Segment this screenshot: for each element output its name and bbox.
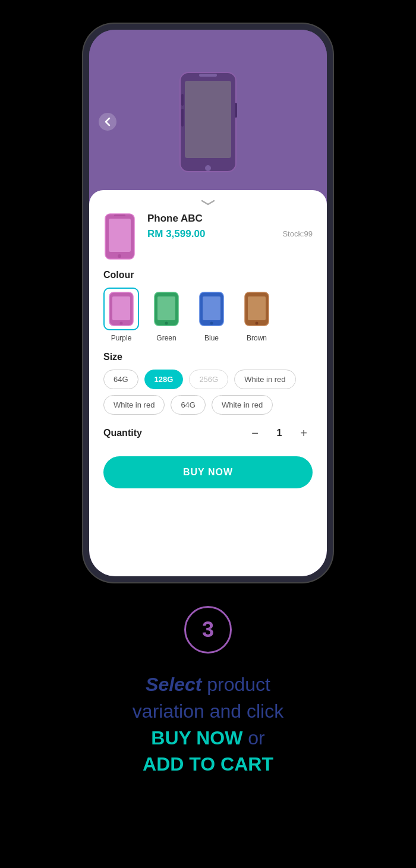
product-name: Phone ABC [147, 213, 313, 225]
svg-rect-15 [157, 296, 175, 320]
screen-top [89, 30, 327, 214]
product-row: Phone ABC RM 3,599.00 Stock:99 [103, 213, 313, 260]
svg-rect-21 [248, 296, 266, 320]
step-or-text: or [248, 727, 264, 749]
color-swatch-purple[interactable] [103, 288, 139, 330]
size-btn-64g-1[interactable]: 64G [103, 370, 138, 389]
step-add-to-cart-text: ADD TO CART [143, 753, 273, 775]
quantity-value: 1 [273, 428, 285, 438]
sheet-handle[interactable] [103, 190, 313, 213]
back-button[interactable] [99, 113, 116, 131]
color-label-purple: Purple [111, 334, 132, 342]
svg-rect-4 [181, 94, 184, 106]
color-label-blue: Blue [204, 334, 219, 342]
svg-rect-2 [199, 74, 217, 77]
size-btn-white-in-red-3[interactable]: White in red [212, 395, 273, 415]
color-swatch-blue[interactable] [194, 288, 229, 330]
product-price: RM 3,599.00 [147, 228, 205, 239]
phone-screen: Phone ABC RM 3,599.00 Stock:99 Colour [89, 30, 327, 576]
buy-now-button[interactable]: BUY NOW [103, 456, 313, 488]
svg-rect-12 [112, 296, 130, 320]
color-option-brown[interactable]: Brown [239, 288, 275, 342]
color-swatch-brown[interactable] [239, 288, 275, 330]
size-btn-white-in-red-1[interactable]: White in red [234, 370, 295, 389]
color-option-blue[interactable]: Blue [194, 288, 229, 342]
quantity-label: Quantity [103, 428, 142, 438]
color-label-green: Green [156, 334, 176, 342]
product-hero-image [166, 62, 250, 181]
color-swatch-green[interactable] [149, 288, 184, 330]
step-number: 3 [202, 617, 214, 642]
step-circle: 3 [184, 606, 232, 654]
product-stock: Stock:99 [282, 229, 313, 238]
svg-rect-18 [203, 296, 220, 320]
product-thumbnail [103, 213, 139, 260]
svg-rect-1 [185, 81, 231, 158]
product-info: Phone ABC RM 3,599.00 Stock:99 [147, 213, 313, 240]
step-description: Select product variation and click BUY N… [133, 671, 283, 778]
bottom-sheet: Phone ABC RM 3,599.00 Stock:99 Colour [89, 190, 327, 576]
svg-rect-5 [181, 109, 184, 127]
color-label-brown: Brown [247, 334, 267, 342]
quantity-plus-button[interactable]: + [295, 424, 313, 442]
step-select-word: Select [146, 674, 201, 695]
quantity-row: Quantity − 1 + [103, 424, 313, 442]
svg-point-10 [118, 254, 121, 258]
quantity-minus-button[interactable]: − [246, 424, 264, 442]
svg-rect-9 [114, 214, 125, 216]
phone-shell: Phone ABC RM 3,599.00 Stock:99 Colour [83, 24, 333, 582]
svg-point-19 [210, 322, 213, 325]
size-options: 64G 128G 256G White in red White in red … [103, 370, 313, 415]
color-option-green[interactable]: Green [149, 288, 184, 342]
svg-rect-8 [109, 219, 131, 252]
svg-rect-6 [235, 103, 237, 118]
step-text-line1b: product [207, 674, 270, 695]
size-btn-128g[interactable]: 128G [144, 370, 184, 389]
svg-point-16 [165, 322, 168, 325]
step-text-line2: variation and click [133, 700, 283, 722]
step-buy-now-text: BUY NOW [151, 727, 242, 749]
svg-point-22 [256, 322, 259, 325]
svg-point-13 [120, 322, 123, 325]
colour-section-label: Colour [103, 270, 313, 280]
quantity-controls: − 1 + [246, 424, 313, 442]
size-btn-64g-2[interactable]: 64G [171, 395, 206, 415]
step-section: 3 Select product variation and click BUY… [109, 582, 307, 801]
size-btn-256g[interactable]: 256G [189, 370, 228, 389]
size-section-label: Size [103, 352, 313, 362]
color-option-purple[interactable]: Purple [103, 288, 139, 342]
size-btn-white-in-red-2[interactable]: White in red [103, 395, 165, 415]
svg-point-3 [205, 165, 211, 171]
color-options: Purple Green [103, 288, 313, 342]
